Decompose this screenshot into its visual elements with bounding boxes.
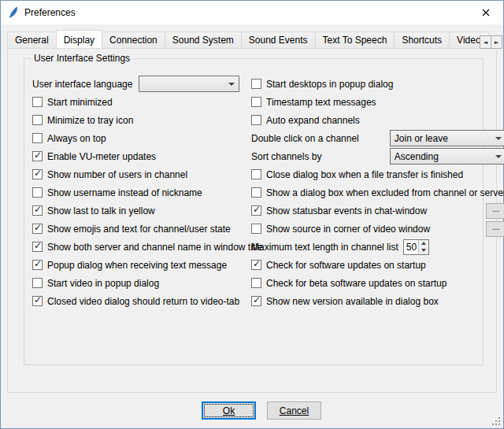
checkbox-label: Start desktops in popup dialog [266, 79, 393, 90]
checkbox[interactable] [251, 296, 261, 306]
checkbox-label: Show number of users in channel [47, 169, 187, 180]
checkbox-row[interactable]: Always on top [32, 129, 251, 147]
checkbox-row[interactable]: Minimize to tray icon [32, 111, 251, 129]
checkbox[interactable] [32, 151, 43, 161]
tab-connection[interactable]: Connection [102, 31, 165, 48]
max-text-length-label: Maximum text length in channel list [251, 242, 398, 253]
chevron-down-icon [421, 249, 426, 252]
checkbox-row[interactable]: Show number of users in channel [32, 165, 251, 183]
window-title: Preferences [24, 7, 76, 18]
checkbox[interactable] [32, 242, 43, 252]
checkbox-row[interactable]: Show a dialog box when excluded from cha… [251, 183, 504, 202]
checkbox-label: Show last to talk in yellow [47, 205, 155, 216]
checkbox-row[interactable]: Popup dialog when receiving text message [32, 256, 251, 274]
checkbox-label: Show new version available in dialog box [266, 296, 439, 307]
checkbox-label: Always on top [47, 133, 106, 144]
language-row: User interface language [32, 75, 251, 93]
sort-channels-row: Sort channels by Ascending [251, 147, 504, 165]
checkbox-row[interactable]: Check for software updates on startup [251, 256, 504, 274]
checkbox-row[interactable]: Timestamp text messages [251, 93, 504, 111]
double-click-row: Double click on a channel Join or leave [251, 129, 504, 147]
checkbox-row[interactable]: Start minimized [32, 93, 251, 111]
tab-shortcuts[interactable]: Shortcuts [394, 31, 450, 48]
sort-channels-label: Sort channels by [251, 151, 321, 162]
checkbox-label: Start minimized [47, 97, 113, 108]
tab-scroll-control: ◄ ► [480, 35, 502, 49]
double-click-value: Join or leave [395, 133, 491, 144]
chevron-down-icon [495, 155, 502, 158]
sort-channels-value: Ascending [395, 151, 491, 162]
left-column: User interface language Start minimized … [32, 75, 251, 310]
checkbox[interactable] [32, 260, 43, 270]
checkbox-row[interactable]: Show emojis and text for channel/user st… [32, 220, 251, 238]
chevron-down-icon [228, 83, 235, 86]
checkbox-row[interactable]: Closed video dialog should return to vid… [32, 292, 251, 310]
spin-up-button[interactable] [419, 240, 428, 247]
checkbox-row[interactable]: Show last to talk in yellow [32, 202, 251, 220]
checkbox-row[interactable]: Start video in popup dialog [32, 274, 251, 292]
checkbox-label: Show both server and channel name in win… [47, 242, 263, 253]
checkbox[interactable] [251, 224, 261, 234]
statusbar-events-more-button[interactable]: ... [486, 203, 504, 219]
checkbox-label: Popup dialog when receiving text message [47, 260, 227, 271]
close-button[interactable] [468, 1, 503, 24]
checkbox[interactable] [32, 224, 43, 234]
checkbox-label: Show username instead of nickname [47, 187, 202, 198]
language-dropdown[interactable] [139, 76, 239, 92]
checkbox[interactable] [251, 278, 261, 288]
checkbox-row[interactable]: Auto expand channels [251, 111, 504, 129]
display-tab-panel: User Interface Settings User interface l… [7, 48, 497, 393]
checkbox[interactable] [251, 79, 261, 89]
tab-general[interactable]: General [7, 31, 57, 48]
checkbox[interactable] [32, 278, 43, 288]
checkbox[interactable] [32, 169, 43, 179]
double-click-label: Double click on a channel [251, 133, 359, 144]
cancel-button[interactable]: Cancel [267, 401, 321, 420]
checkbox[interactable] [251, 187, 261, 198]
checkbox-row[interactable]: Start desktops in popup dialog [251, 75, 504, 93]
checkbox-label: Minimize to tray icon [47, 115, 133, 126]
checkbox[interactable] [32, 97, 43, 107]
checkbox-label: Close dialog box when a file transfer is… [266, 169, 463, 180]
tab-bar: General Display Connection Sound System … [7, 30, 497, 48]
checkbox[interactable] [251, 97, 261, 107]
checkbox-row[interactable]: Close dialog box when a file transfer is… [251, 165, 504, 183]
sort-channels-dropdown[interactable]: Ascending [390, 148, 504, 165]
checkbox-row[interactable]: Check for beta software updates on start… [251, 274, 504, 292]
tab-scroll-left-icon[interactable]: ◄ [480, 35, 491, 49]
checkbox[interactable] [32, 205, 43, 216]
checkbox-row[interactable]: Show both server and channel name in win… [32, 238, 251, 256]
video-source-row[interactable]: Show source in corner of video window ..… [251, 220, 504, 238]
chevron-up-icon [421, 242, 426, 245]
tab-display[interactable]: Display [56, 30, 102, 48]
dialog-buttons: Ok Cancel [20, 401, 503, 420]
statusbar-events-row[interactable]: Show statusbar events in chat-window ... [251, 202, 504, 220]
checkbox[interactable] [32, 296, 43, 306]
double-click-dropdown[interactable]: Join or leave [390, 130, 504, 146]
video-source-more-button[interactable]: ... [486, 221, 504, 237]
tab-text-to-speech[interactable]: Text To Speech [315, 31, 395, 48]
ok-button[interactable]: Ok [202, 401, 256, 420]
tab-sound-events[interactable]: Sound Events [241, 31, 316, 48]
checkbox[interactable] [32, 187, 43, 198]
app-icon [7, 6, 20, 19]
checkbox-row[interactable]: Show username instead of nickname [32, 183, 251, 202]
checkbox-label: Show source in corner of video window [266, 224, 430, 235]
resize-grip[interactable] [491, 416, 501, 426]
tab-sound-system[interactable]: Sound System [165, 31, 242, 48]
checkbox[interactable] [32, 133, 43, 143]
checkbox-row[interactable]: Show new version available in dialog box [251, 292, 504, 310]
checkbox[interactable] [251, 169, 261, 179]
checkbox-label: Auto expand channels [266, 115, 360, 126]
tab-scroll-right-icon[interactable]: ► [491, 35, 502, 49]
checkbox[interactable] [251, 115, 261, 125]
checkbox[interactable] [251, 205, 261, 216]
checkbox-row[interactable]: Enable VU-meter updates [32, 147, 251, 165]
checkbox[interactable] [251, 260, 261, 270]
max-text-length-spinner[interactable]: 50 [403, 239, 429, 255]
checkbox-label: Enable VU-meter updates [47, 151, 156, 162]
checkbox-label: Check for software updates on startup [266, 260, 426, 271]
checkbox[interactable] [32, 115, 43, 125]
spin-down-button[interactable] [419, 247, 428, 254]
close-icon [482, 9, 490, 17]
